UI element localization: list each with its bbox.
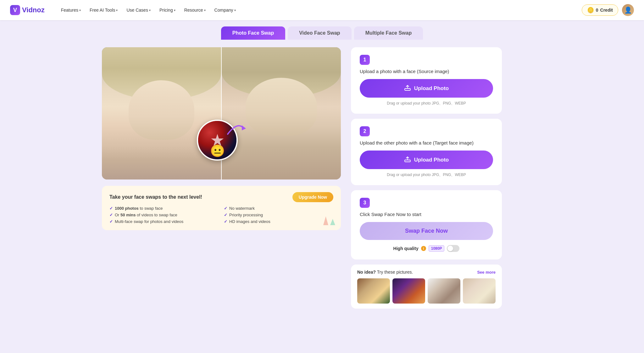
navbar: V Vidnoz Features ▾ Free AI Tools ▾ Use … (0, 0, 644, 20)
step-1-number: 1 (360, 55, 370, 65)
upload-source-photo-button[interactable]: Upload Photo (360, 79, 493, 98)
feature-no-watermark: ✓ No watermark (224, 206, 333, 211)
try-label: Try these pictures. (377, 270, 413, 275)
tab-video-face-swap[interactable]: Video Face Swap (288, 26, 351, 40)
swap-face-now-button[interactable]: Swap Face Now (360, 222, 493, 240)
brand-name: Vidnoz (22, 6, 45, 14)
chevron-icon: ▾ (204, 9, 206, 12)
ideas-header: No idea? Try these pictures. See more (357, 270, 496, 275)
nav-company[interactable]: Company ▾ (211, 5, 240, 15)
swap-arrow (225, 118, 247, 139)
chevron-icon: ▾ (116, 9, 118, 12)
source-image-preview (102, 47, 222, 179)
feature-videos: ✓ Or 50 mins of videos to swap face (109, 213, 219, 217)
step-2-card: 2 Upload the other photo with a face (Ta… (351, 119, 502, 185)
result-image-preview (222, 47, 341, 179)
nav-free-ai-tools[interactable]: Free AI Tools ▾ (86, 5, 121, 15)
upgrade-now-button[interactable]: Upgrade Now (292, 192, 333, 202)
upgrade-banner: Take your face swaps to the next level! … (102, 186, 341, 230)
svg-marker-2 (330, 219, 335, 225)
toggle-knob (447, 246, 453, 251)
upload-source-label: Upload Photo (414, 85, 449, 92)
step-3-card: 3 Click Swap Face Now to start Swap Face… (351, 190, 502, 259)
step-1-title: Upload a photo with a face (Source image… (360, 69, 493, 74)
credit-button[interactable]: 🪙 0 Credit (582, 4, 618, 16)
info-icon[interactable]: i (421, 246, 426, 251)
ideas-section: No idea? Try these pictures. See more (351, 265, 502, 309)
logo-icon: V (10, 5, 20, 15)
user-avatar[interactable]: 👤 (622, 4, 634, 16)
nav-right: 🪙 0 Credit 👤 (582, 4, 634, 16)
upload-icon (404, 84, 411, 93)
coin-icon: 🪙 (587, 7, 594, 14)
svg-rect-4 (405, 160, 410, 162)
main-content: ★ 😐 Take your face swaps to the next lev… (89, 40, 555, 321)
chevron-icon: ▾ (79, 9, 81, 12)
upgrade-title: Take your face swaps to the next level! (109, 194, 202, 200)
svg-marker-1 (323, 216, 328, 225)
upload-icon (404, 156, 411, 164)
ideas-title: No idea? Try these pictures. (357, 270, 413, 275)
quality-toggle[interactable] (447, 245, 459, 252)
step-2-hint: Drag or upload your photo JPG、PNG、WEBP (360, 172, 493, 178)
nav-links: Features ▾ Free AI Tools ▾ Use Cases ▾ P… (57, 5, 582, 15)
nav-resource[interactable]: Resource ▾ (180, 5, 209, 15)
upgrade-decoration (321, 213, 336, 228)
chevron-icon: ▾ (174, 9, 175, 12)
credit-label: Credit (600, 8, 613, 13)
no-idea-label: No idea? (357, 270, 376, 275)
svg-marker-0 (242, 125, 246, 130)
idea-thumbnail-3[interactable] (428, 278, 460, 304)
chevron-icon: ▾ (149, 9, 151, 12)
idea-thumbnail-2[interactable] (392, 278, 425, 304)
upgrade-features: ✓ 1000 photos to swap face ✓ No watermar… (109, 206, 333, 224)
chevron-icon: ▾ (234, 9, 236, 12)
step-1-hint: Drag or upload your photo JPG、PNG、WEBP (360, 101, 493, 106)
logo[interactable]: V Vidnoz (10, 5, 45, 15)
upgrade-header: Take your face swaps to the next level! … (109, 192, 333, 202)
step-1-card: 1 Upload a photo with a face (Source ima… (351, 47, 502, 114)
upload-target-photo-button[interactable]: Upload Photo (360, 151, 493, 169)
upload-target-label: Upload Photo (414, 157, 449, 163)
step-3-title: Click Swap Face Now to start (360, 212, 493, 217)
feature-hd: ✓ HD images and videos (224, 219, 333, 224)
credit-count: 0 (596, 8, 598, 13)
nav-features[interactable]: Features ▾ (57, 5, 85, 15)
swap-face-label: Swap Face Now (405, 228, 448, 234)
step-3-number: 3 (360, 198, 370, 208)
ideas-thumbnails (357, 278, 496, 304)
nav-use-cases[interactable]: Use Cases ▾ (123, 5, 154, 15)
feature-photos: ✓ 1000 photos to swap face (109, 206, 219, 211)
step-2-number: 2 (360, 126, 370, 136)
feature-multiface: ✓ Multi-face swap for photos and videos (109, 219, 219, 224)
tab-multiple-face-swap[interactable]: Multiple Face Swap (354, 26, 423, 40)
right-panel: 1 Upload a photo with a face (Source ima… (351, 47, 502, 309)
idea-thumbnail-4[interactable] (463, 278, 496, 304)
quality-label: High quality (393, 246, 419, 251)
nav-pricing[interactable]: Pricing ▾ (156, 5, 179, 15)
demo-image-container: ★ 😐 (102, 47, 341, 179)
feature-priority: ✓ Priority processing (224, 213, 333, 217)
tab-photo-face-swap[interactable]: Photo Face Swap (221, 26, 285, 40)
svg-rect-3 (405, 88, 410, 90)
left-panel: ★ 😐 Take your face swaps to the next lev… (102, 47, 341, 309)
quality-row: High quality i 1080P (360, 245, 493, 252)
quality-badge: 1080P (429, 245, 445, 252)
idea-thumbnail-1[interactable] (357, 278, 390, 304)
tabs-bar: Photo Face Swap Video Face Swap Multiple… (89, 20, 555, 40)
see-more-link[interactable]: See more (477, 270, 496, 275)
step-2-title: Upload the other photo with a face (Targ… (360, 140, 493, 145)
